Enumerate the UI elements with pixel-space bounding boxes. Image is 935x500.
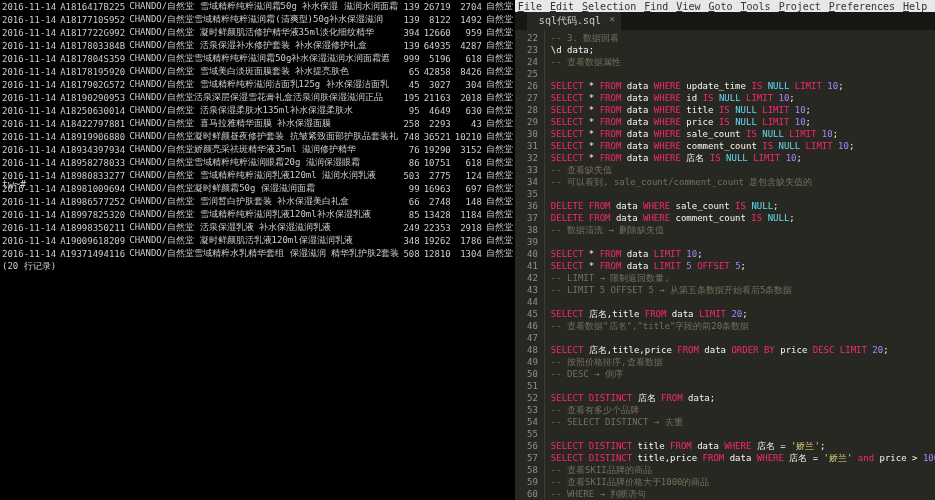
table-row: 2016-11-14A18980833277CHANDO/自然堂 雪域精粹纯粹滋… <box>0 169 515 182</box>
code-line: SELECT 店名,title FROM data LIMIT 20; <box>551 308 935 320</box>
terminal-pane[interactable]: 2016-11-14A1816417B225CHANDO/自然堂 雪域精粹纯粹滋… <box>0 0 515 500</box>
table-row: 2016-11-14A18981009694CHANDO/自然堂凝时鲜颜霜50g… <box>0 182 515 195</box>
menubar: FileEditSelectionFindViewGotoToolsProjec… <box>515 0 935 12</box>
table-row: 2016-11-14A1817902G572CHANDO/自然堂 雪域精粹纯粹滋… <box>0 78 515 91</box>
code-line: -- DESC → 倒序 <box>551 368 935 380</box>
terminal-footer: (20 行记录) <box>0 260 515 273</box>
table-row: 2016-11-14A18919906880CHANDO/自然堂凝时鲜颜昼夜修护… <box>0 130 515 143</box>
menu-view[interactable]: View <box>676 1 700 11</box>
code-line: -- 数据清洗 → 删除缺失值 <box>551 224 935 236</box>
menu-project[interactable]: Project <box>779 1 821 11</box>
close-icon[interactable]: × <box>610 14 615 24</box>
table-row: 2016-11-14A18934397934CHANDO/自然堂娇颜亮采祛斑精华… <box>0 143 515 156</box>
tab-bar: sql代码.sql × <box>515 12 935 30</box>
table-row: 2016-11-14A18190290953CHANDO/自然堂活泉深层保湿雪花… <box>0 91 515 104</box>
code-line: -- 可以看到, sale_count/comment_count 是包含缺失值… <box>551 176 935 188</box>
table-row: 2016-11-14A1817710S952CHANDO/自然堂雪域精粹纯粹滋润… <box>0 13 515 26</box>
menu-edit[interactable]: Edit <box>550 1 574 11</box>
table-row: 2016-11-14A18997825320CHANDO/自然堂 雪域精粹纯粹滋… <box>0 208 515 221</box>
table-row: 2016-11-14A19009618209CHANDO/自然堂 凝时鲜颜肌活乳… <box>0 234 515 247</box>
menu-preferences[interactable]: Preferences <box>829 1 895 11</box>
table-row: 2016-11-14A19371494116CHANDO/自然堂雪域精粹水乳精华… <box>0 247 515 260</box>
code-line: SELECT * FROM data WHERE sale_count IS N… <box>551 128 935 140</box>
code-line: -- 查看数据属性 <box>551 56 935 68</box>
code-line: \d data; <box>551 44 935 56</box>
code-line: SELECT * FROM data WHERE title IS NULL L… <box>551 104 935 116</box>
code-line: SELECT * FROM data WHERE id IS NULL LIMI… <box>551 92 935 104</box>
menu-find[interactable]: Find <box>644 1 668 11</box>
code-line: SELECT 店名,title,price FROM data ORDER BY… <box>551 344 935 356</box>
code-area[interactable]: -- 3. 数据回看\d data;-- 查看数据属性 SELECT * FRO… <box>545 30 935 500</box>
table-row: 2016-11-14A18250630014CHANDO/自然堂 活泉保湿柔肤水… <box>0 104 515 117</box>
menu-help[interactable]: Help <box>903 1 927 11</box>
terminal-output-table: 2016-11-14A1816417B225CHANDO/自然堂 雪域精粹纯粹滋… <box>0 0 515 260</box>
table-row: 2016-11-14A1817804S359CHANDO/自然堂雪域精粹纯粹滋润… <box>0 52 515 65</box>
line-gutter: 2223242526272829303132333435363738394041… <box>515 30 545 500</box>
code-line: -- 查看SKII品牌的商品 <box>551 464 935 476</box>
code-line: SELECT * FROM data LIMIT 10; <box>551 248 935 260</box>
code-line: SELECT * FROM data WHERE price IS NULL L… <box>551 116 935 128</box>
code-line: -- 3. 数据回看 <box>551 32 935 44</box>
menu-tools[interactable]: Tools <box>741 1 771 11</box>
menu-goto[interactable]: Goto <box>708 1 732 11</box>
table-row: 2016-11-14A1817803384BCHANDO/自然堂 活泉保湿补水修… <box>0 39 515 52</box>
code-line: -- 查看缺失值 <box>551 164 935 176</box>
code-line: -- LIMIT 5 OFFSET 5 → 从第五条数据开始看后5条数据 <box>551 284 935 296</box>
code-line <box>551 296 935 308</box>
code-line: SELECT DISTINCT title,price FROM data WH… <box>551 452 935 464</box>
code-line: SELECT * FROM data WHERE comment_count I… <box>551 140 935 152</box>
code-line: -- 查看有多少个品牌 <box>551 404 935 416</box>
code-line <box>551 428 935 440</box>
code-line: SELECT * FROM data WHERE update_time IS … <box>551 80 935 92</box>
code-line: -- 按照价格排序,查看数据 <box>551 356 935 368</box>
code-line: -- 查看SKII品牌价格大于1000的商品 <box>551 476 935 488</box>
table-row: 2016-11-14A18178195920CHANDO/自然堂 雪域美白淡斑面… <box>0 65 515 78</box>
file-tab[interactable]: sql代码.sql × <box>527 12 621 30</box>
table-row: 2016-11-14A18986577252CHANDO/自然堂 雪润晳白护肤套… <box>0 195 515 208</box>
code-line <box>551 332 935 344</box>
code-line <box>551 236 935 248</box>
code-line <box>551 188 935 200</box>
table-row: 2016-11-14A18958278033CHANDO/自然堂雪域精粹纯粹滋润… <box>0 156 515 169</box>
table-row: 2016-11-14A18998350211CHANDO/自然堂 活泉保湿乳液 … <box>0 221 515 234</box>
code-line: DELETE FROM data WHERE sale_count IS NUL… <box>551 200 935 212</box>
tab-label: sql代码.sql <box>539 15 601 26</box>
code-line <box>551 68 935 80</box>
code-line: -- 查看数据"店名","title"字段的前20条数据 <box>551 320 935 332</box>
code-line: -- SELECT DISTINCT → 去重 <box>551 416 935 428</box>
menu-selection[interactable]: Selection <box>582 1 636 11</box>
code-line: SELECT DISTINCT title FROM data WHERE 店名… <box>551 440 935 452</box>
table-row: 2016-11-14A1816417B225CHANDO/自然堂 雪域精粹纯粹滋… <box>0 0 515 13</box>
code-line <box>551 380 935 392</box>
code-line: SELECT DISTINCT 店名 FROM data; <box>551 392 935 404</box>
editor-pane: FileEditSelectionFindViewGotoToolsProjec… <box>515 0 935 500</box>
code-line: -- LIMIT → 限制返回数量, <box>551 272 935 284</box>
code-line: SELECT * FROM data LIMIT 5 OFFSET 5; <box>551 260 935 272</box>
code-line: SELECT * FROM data WHERE 店名 IS NULL LIMI… <box>551 152 935 164</box>
terminal-prompt[interactable]: tw~# <box>2 179 26 190</box>
code-line: -- WHERE → 判断语句 <box>551 488 935 500</box>
code-line: DELETE FROM data WHERE comment_count IS … <box>551 212 935 224</box>
table-row: 2016-11-14A18422797881CHANDO/自然堂 喜马拉雅精华面… <box>0 117 515 130</box>
table-row: 2016-11-14A1817722G992CHANDO/自然堂 凝时鲜颜肌活修… <box>0 26 515 39</box>
menu-file[interactable]: File <box>518 1 542 11</box>
